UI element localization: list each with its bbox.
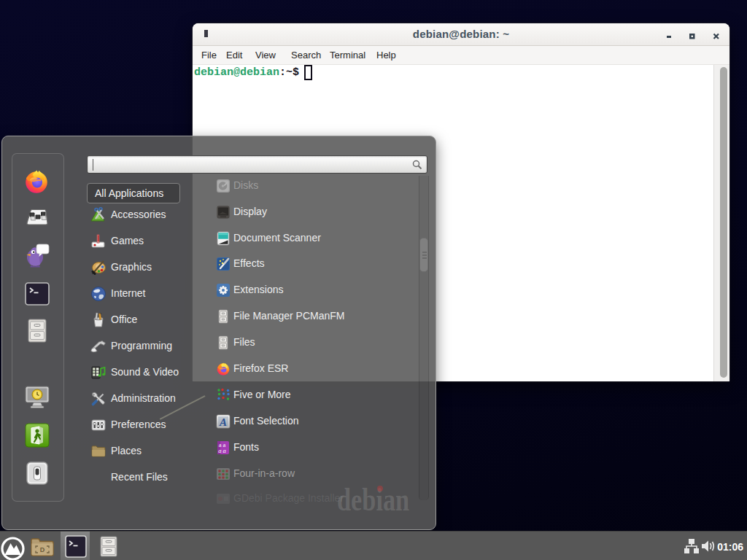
svg-text:A: A bbox=[219, 416, 227, 428]
svg-text:D: D bbox=[40, 546, 45, 553]
svg-text:a a: a a bbox=[218, 447, 226, 454]
